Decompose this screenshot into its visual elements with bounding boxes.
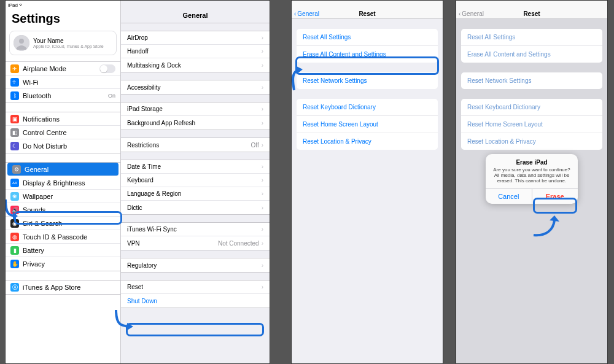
row-label: Keyboard (127, 177, 154, 184)
sidebar-item-label: Control Centre (23, 129, 67, 136)
cancel-button[interactable]: Cancel (486, 189, 532, 204)
sidebar-item-label: Siri & Search (23, 220, 62, 227)
settings-sidebar: Settings Your Name Apple ID, iCloud, iTu… (6, 1, 121, 363)
sidebar-item-notifications[interactable]: ▣Notifications (6, 112, 120, 126)
account-text: Your Name Apple ID, iCloud, iTunes & App… (33, 37, 104, 48)
touchid-icon: ◍ (10, 233, 19, 241)
sidebar-item-label: Privacy (23, 260, 45, 268)
chevron-right-icon: › (262, 262, 263, 269)
row-reset[interactable]: Reset› (121, 281, 270, 294)
chevron-right-icon: › (262, 204, 263, 211)
row-handoff[interactable]: Handoff› (121, 45, 270, 58)
row-label: Reset (127, 284, 143, 290)
sidebar-item-label: General (25, 166, 49, 173)
sidebar-item-itunes[interactable]: ⒶiTunes & App Store (6, 281, 120, 294)
reset-all-settings[interactable]: Reset All Settings (297, 29, 438, 46)
chevron-right-icon: › (262, 226, 263, 233)
row-multitasking[interactable]: Multitasking & Dock› (121, 58, 270, 72)
sidebar-item-airplane[interactable]: ✈ Airplane Mode (6, 62, 120, 76)
row-label: Handoff (127, 48, 149, 55)
appstore-icon: Ⓐ (10, 283, 19, 292)
erase-button[interactable]: Erase (532, 189, 578, 204)
avatar (14, 35, 29, 51)
row-dictic[interactable]: Dictic› (121, 201, 270, 214)
gear-icon: ⚙ (12, 165, 21, 174)
dnd-icon: ☾ (10, 142, 19, 150)
sidebar-item-privacy[interactable]: ✋Privacy (6, 257, 120, 271)
sidebar-item-sounds[interactable]: 🔊Sounds (6, 203, 120, 217)
reset-network[interactable]: Reset Network Settings (297, 72, 438, 89)
airplane-toggle[interactable] (99, 64, 115, 73)
sidebar-item-label: Touch ID & Passcode (23, 233, 87, 241)
detail-title: General (121, 9, 270, 23)
sidebar-item-touchid[interactable]: ◍Touch ID & Passcode (6, 230, 120, 244)
row-label: Accessibility (127, 84, 160, 91)
reset-all-settings: Reset All Settings (461, 29, 602, 46)
reset-location[interactable]: Reset Location & Privacy (297, 133, 438, 150)
back-label: General (462, 10, 484, 17)
chevron-left-icon: ‹ (294, 10, 296, 17)
battery-icon: ▮ (10, 246, 19, 255)
sidebar-item-label: Do Not Disturb (23, 142, 67, 150)
row-label: Dictic (127, 204, 142, 211)
row-language[interactable]: Language & Region› (121, 187, 270, 201)
row-airdrop[interactable]: AirDrop› (121, 31, 270, 45)
chevron-right-icon: › (262, 163, 263, 170)
row-value: Off (251, 142, 259, 149)
row-datetime[interactable]: Date & Time› (121, 160, 270, 174)
row-storage[interactable]: iPad Storage› (121, 103, 270, 116)
siri-icon: ◉ (10, 219, 19, 228)
row-label: Date & Time (127, 163, 161, 170)
row-label: Language & Region (127, 190, 181, 197)
sidebar-item-label: Wi-Fi (23, 79, 39, 86)
row-itunes-sync[interactable]: iTunes Wi-Fi Sync› (121, 223, 270, 236)
sidebar-item-dnd[interactable]: ☾Do Not Disturb (6, 139, 120, 153)
sidebar-item-battery[interactable]: ▮Battery (6, 244, 120, 257)
row-keyboard[interactable]: Keyboard› (121, 174, 270, 187)
sidebar-item-siri[interactable]: ◉Siri & Search (6, 217, 120, 230)
sidebar-item-bluetooth[interactable]: ᛒ Bluetooth On (6, 89, 120, 103)
back-label: General (297, 10, 319, 17)
chevron-right-icon: › (262, 177, 263, 184)
screen-reset-alert: 12:13 ✈ ᛒ 95% ‹General Reset Reset All S… (456, 0, 608, 364)
row-value: Not Connected (218, 240, 259, 247)
apple-id-card[interactable]: Your Name Apple ID, iCloud, iTunes & App… (9, 31, 117, 55)
row-shutdown[interactable]: Shut Down (121, 294, 270, 308)
nav-title: Reset (359, 10, 375, 17)
row-accessibility[interactable]: Accessibility› (121, 80, 270, 94)
privacy-icon: ✋ (10, 260, 19, 268)
sidebar-item-label: Bluetooth (23, 92, 51, 99)
sidebar-item-label: iTunes & App Store (23, 284, 80, 291)
svg-point-1 (19, 39, 24, 44)
row-regulatory[interactable]: Regulatory› (121, 258, 270, 272)
chevron-right-icon: › (262, 142, 263, 149)
reset-keyboard-dict[interactable]: Reset Keyboard Dictionary (297, 99, 438, 116)
chevron-right-icon: › (262, 48, 263, 55)
alert-title: Erase iPad (486, 154, 578, 167)
row-restrictions[interactable]: RestrictionsOff› (121, 138, 270, 152)
chevron-right-icon: › (262, 190, 263, 197)
sidebar-item-display[interactable]: AADisplay & Brightness (6, 176, 120, 190)
row-label: Regulatory (127, 262, 157, 269)
sidebar-item-wifi[interactable]: ᯤ Wi-Fi (6, 76, 120, 89)
account-sub: Apple ID, iCloud, iTunes & App Store (33, 44, 104, 48)
row-label: AirDrop (127, 34, 148, 41)
sidebar-item-general[interactable]: ⚙General (7, 163, 119, 176)
row-bgrefresh[interactable]: Background App Refresh› (121, 116, 270, 130)
sidebar-item-control-centre[interactable]: ◧Control Centre (6, 126, 120, 139)
row-label: Restrictions (127, 142, 159, 149)
back-button[interactable]: ‹General (292, 10, 319, 17)
nav-bar: ‹General Reset (456, 1, 607, 19)
control-centre-icon: ◧ (10, 128, 19, 137)
reset-home-layout[interactable]: Reset Home Screen Layout (297, 116, 438, 133)
reset-keyboard-dict: Reset Keyboard Dictionary (461, 99, 602, 116)
row-label: iTunes Wi-Fi Sync (127, 226, 177, 233)
back-button: ‹General (456, 10, 484, 17)
bluetooth-icon: ᛒ (10, 91, 19, 100)
row-vpn[interactable]: VPNNot Connected› (121, 236, 270, 250)
erase-all-content[interactable]: Erase All Content and Settings (297, 46, 438, 63)
nav-title: Reset (523, 10, 540, 17)
sidebar-item-wallpaper[interactable]: ❀Wallpaper (6, 190, 120, 203)
reset-home-layout: Reset Home Screen Layout (461, 116, 602, 133)
sidebar-item-label: Sounds (23, 206, 45, 214)
